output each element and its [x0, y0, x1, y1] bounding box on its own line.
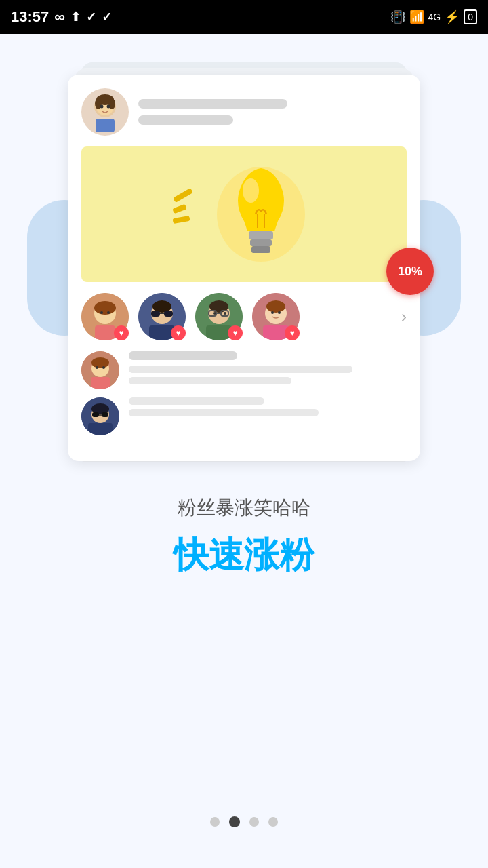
- percentage-badge: 10%: [386, 248, 434, 295]
- comment-text-2: [129, 397, 407, 420]
- svg-rect-8: [96, 119, 115, 132]
- svg-point-18: [107, 311, 110, 314]
- heart-badge-4: ♥: [285, 326, 300, 340]
- check-circle-icon: ✓: [86, 9, 96, 24]
- heart-badge-3: ♥: [228, 326, 243, 340]
- status-right: 📳 📶 4G ⚡ 0: [390, 9, 477, 24]
- dot-3[interactable]: [268, 817, 278, 827]
- svg-point-38: [266, 300, 285, 313]
- status-bar: 13:57 ∞ ⬆ ✓ ✓ 📳 📶 4G ⚡ 0: [0, 0, 488, 34]
- svg-point-34: [224, 312, 226, 315]
- svg-rect-54: [88, 423, 113, 435]
- main-title: 快速涨粉: [174, 532, 314, 579]
- svg-point-46: [102, 366, 105, 369]
- comment-row-2: [81, 397, 407, 435]
- chevron-right-icon[interactable]: ›: [401, 307, 407, 326]
- sparkle-1: [173, 188, 193, 203]
- svg-rect-51: [92, 412, 99, 417]
- status-left: 13:57 ∞ ⬆ ✓ ✓: [11, 8, 112, 26]
- sparkles: [173, 193, 193, 222]
- lightbulb-svg: [207, 153, 315, 275]
- commenter-name-line-2: [129, 397, 264, 405]
- svg-point-44: [92, 357, 109, 368]
- svg-rect-52: [102, 412, 108, 417]
- svg-point-6: [100, 105, 104, 108]
- comment-row-1: [81, 351, 407, 389]
- wifi-icon: 📶: [409, 9, 424, 24]
- dot-1[interactable]: [229, 816, 240, 827]
- status-time: 13:57: [11, 8, 49, 26]
- main-card: ♥: [68, 75, 420, 461]
- infinity-icon: ∞: [54, 8, 65, 26]
- username-line: [138, 99, 287, 108]
- svg-point-33: [214, 312, 216, 315]
- svg-point-17: [100, 311, 103, 314]
- svg-rect-13: [251, 246, 270, 253]
- phone-icon: 📳: [390, 9, 405, 24]
- avatar-svg: [85, 92, 125, 132]
- upload-icon: ⬆: [70, 9, 81, 24]
- svg-point-45: [96, 366, 98, 369]
- comment-content-line-1: [129, 366, 352, 373]
- commenter-avatar-2: [81, 397, 119, 435]
- bolt-icon: ⚡: [445, 9, 460, 24]
- subtitle: 粉丝暴涨笑哈哈: [174, 495, 314, 521]
- svg-rect-24: [164, 311, 173, 317]
- main-content: ♥: [0, 34, 488, 868]
- liker-avatar-3: ♥: [195, 293, 243, 340]
- dot-0[interactable]: [210, 817, 220, 827]
- card-image: [81, 146, 407, 282]
- svg-point-40: [278, 311, 281, 314]
- liker-avatar-1: ♥: [81, 293, 129, 340]
- bottom-section: 粉丝暴涨笑哈哈 快速涨粉: [174, 495, 314, 579]
- user-header: [81, 88, 407, 136]
- likers-row: ♥: [81, 293, 407, 340]
- heart-badge-1: ♥: [114, 326, 129, 340]
- pagination-dots: [0, 816, 488, 827]
- dot-2[interactable]: [249, 817, 259, 827]
- svg-point-10: [243, 178, 259, 203]
- heart-badge-2: ♥: [171, 326, 186, 340]
- liker-avatar-2: ♥: [138, 293, 186, 340]
- comment-content-line-2: [129, 377, 291, 384]
- battery-box: 0: [464, 9, 477, 24]
- user-meta-line: [138, 115, 233, 125]
- card-container: ♥: [68, 75, 420, 461]
- commenter-name-line: [129, 351, 237, 360]
- commenter-svg-2: [81, 397, 119, 435]
- user-text-placeholder: [138, 99, 407, 125]
- comment-content-line-3: [129, 409, 319, 416]
- svg-rect-11: [249, 231, 273, 239]
- liker-avatar-4: ♥: [252, 293, 300, 340]
- signal-4g-icon: 4G: [428, 12, 441, 22]
- sparkle-3: [172, 216, 190, 224]
- sparkle-2: [172, 204, 187, 214]
- svg-point-7: [107, 105, 110, 108]
- svg-rect-12: [250, 239, 272, 246]
- avatar: [81, 88, 129, 136]
- comment-text-1: [129, 351, 407, 384]
- commenter-svg-1: [81, 351, 119, 389]
- svg-point-16: [94, 301, 116, 315]
- check-double-icon: ✓: [102, 9, 112, 24]
- bulb-area: [173, 153, 315, 275]
- svg-rect-19: [95, 326, 115, 340]
- svg-rect-47: [91, 377, 110, 389]
- svg-point-39: [271, 311, 274, 314]
- commenter-avatar-1: [81, 351, 119, 389]
- svg-rect-23: [151, 311, 160, 317]
